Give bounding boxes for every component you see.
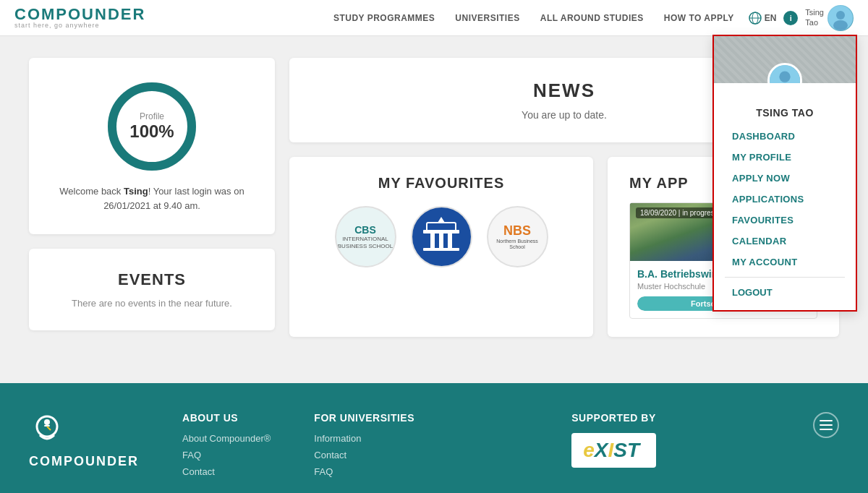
dropdown-avatar bbox=[767, 63, 802, 83]
footer-uni-faq[interactable]: FAQ bbox=[314, 466, 414, 477]
nav-study-programmes[interactable]: STUDY PROGRAMMES bbox=[333, 13, 435, 23]
svg-rect-13 bbox=[430, 233, 435, 248]
footer: COMPOUNDER ABOUT US About Compounder® FA… bbox=[0, 383, 868, 493]
footer-about-title: ABOUT US bbox=[182, 412, 271, 424]
svg-marker-17 bbox=[438, 217, 445, 223]
footer-menu-area bbox=[813, 412, 839, 442]
menu-bar-2 bbox=[820, 424, 833, 426]
site-logo[interactable]: COMPOUNDER start here, go anywhere bbox=[14, 7, 145, 29]
profile-username: Tsing bbox=[124, 186, 148, 197]
dropdown-applications[interactable]: APPLICATIONS bbox=[714, 189, 856, 210]
header: COMPOUNDER start here, go anywhere STUDY… bbox=[0, 0, 868, 36]
profile-percent: 100% bbox=[129, 121, 174, 142]
svg-rect-14 bbox=[439, 233, 443, 248]
exist-logo: eXIST bbox=[571, 433, 655, 468]
dropdown-items: DASHBOARD MY PROFILE APPLY NOW APPLICATI… bbox=[714, 122, 856, 310]
user-avatar bbox=[827, 5, 854, 31]
dropdown-my-profile[interactable]: MY PROFILE bbox=[714, 147, 856, 168]
globe-icon bbox=[749, 12, 762, 25]
events-title: EVENTS bbox=[118, 270, 186, 289]
svg-point-5 bbox=[833, 20, 848, 30]
footer-supported-title: SUPPORTED BY bbox=[571, 412, 655, 424]
dropdown-divider bbox=[725, 277, 845, 278]
footer-logo-text: COMPOUNDER bbox=[29, 454, 139, 469]
avatar-image bbox=[828, 6, 853, 30]
svg-rect-16 bbox=[423, 248, 459, 251]
footer-universities-title: FOR UNIVERSITIES bbox=[314, 412, 414, 424]
favourites-logos: CBS INTERNATIONALBUSINESS SCHOOL bbox=[311, 206, 571, 267]
news-title: NEWS bbox=[533, 80, 595, 102]
events-card: EVENTS There are no events in the near f… bbox=[29, 249, 275, 330]
profile-circle-text: Profile 100% bbox=[129, 111, 174, 142]
footer-logo-section: COMPOUNDER bbox=[29, 412, 139, 469]
nav-universities[interactable]: UNIVERSITIES bbox=[455, 13, 519, 23]
fav-logo-nbs[interactable]: NBS Northern BusinessSchool bbox=[487, 206, 548, 267]
dropdown-apply-now[interactable]: APPLY NOW bbox=[714, 168, 856, 189]
footer-about-compounder[interactable]: About Compounder® bbox=[182, 433, 271, 444]
footer-supported-col: SUPPORTED BY eXIST bbox=[571, 412, 655, 468]
profile-progress-circle: Profile 100% bbox=[105, 80, 199, 173]
dropdown-header-bg bbox=[714, 36, 856, 83]
nav-how-to-apply[interactable]: HOW TO APPLY bbox=[664, 13, 734, 23]
main-nav: STUDY PROGRAMMES UNIVERSITIES ALL AROUND… bbox=[333, 13, 734, 23]
logo-sub-text: start here, go anywhere bbox=[14, 22, 145, 29]
events-subtitle: There are no events in the near future. bbox=[72, 298, 232, 309]
profile-welcome-text: Welcome back Tsing! Your last login was … bbox=[43, 184, 260, 213]
left-column: Profile 100% Welcome back Tsing! Your la… bbox=[29, 58, 275, 337]
fav-logo-blue[interactable] bbox=[411, 206, 472, 267]
svg-point-7 bbox=[779, 72, 790, 82]
svg-point-4 bbox=[836, 11, 845, 20]
logo-main-text: COMPOUNDER bbox=[14, 7, 145, 22]
svg-rect-20 bbox=[44, 425, 50, 426]
header-right: EN i Tsing Tao bbox=[749, 5, 854, 31]
menu-bar-1 bbox=[820, 420, 833, 421]
profile-label: Profile bbox=[129, 111, 174, 121]
footer-menu-icon[interactable] bbox=[813, 412, 839, 438]
footer-universities-col: FOR UNIVERSITIES Information Contact FAQ bbox=[314, 412, 414, 477]
lang-label: EN bbox=[765, 13, 777, 23]
language-selector[interactable]: EN bbox=[749, 12, 777, 25]
blue-university-logo bbox=[420, 215, 463, 259]
dropdown-calendar[interactable]: CALENDAR bbox=[714, 231, 856, 252]
user-name-header: Tsing Tao bbox=[805, 8, 824, 27]
footer-uni-contact[interactable]: Contact bbox=[314, 450, 414, 460]
footer-uni-information[interactable]: Information bbox=[314, 433, 414, 444]
dropdown-favourites[interactable]: FAVOURITES bbox=[714, 210, 856, 231]
favourites-title: MY FAVOURITES bbox=[311, 175, 571, 192]
menu-bar-3 bbox=[820, 429, 833, 430]
user-menu-trigger[interactable]: Tsing Tao bbox=[805, 5, 854, 31]
dropdown-my-account[interactable]: MY ACCOUNT bbox=[714, 252, 856, 273]
dropdown-avatar-image bbox=[770, 64, 800, 83]
profile-card: Profile 100% Welcome back Tsing! Your la… bbox=[29, 58, 275, 234]
info-icon[interactable]: i bbox=[783, 11, 798, 25]
svg-line-21 bbox=[47, 426, 51, 430]
dropdown-logout[interactable]: LOGOUT bbox=[714, 282, 856, 303]
dropdown-username: TSING TAO bbox=[714, 103, 856, 122]
app-status-badge: 18/09/2020 | in progress bbox=[636, 207, 723, 218]
dropdown-dashboard[interactable]: DASHBOARD bbox=[714, 126, 856, 147]
footer-about-col: ABOUT US About Compounder® FAQ Contact bbox=[182, 412, 271, 477]
user-dropdown: TSING TAO DASHBOARD MY PROFILE APPLY NOW… bbox=[712, 35, 857, 312]
svg-point-19 bbox=[44, 419, 50, 425]
footer-about-faq[interactable]: FAQ bbox=[182, 450, 271, 460]
news-subtitle: You are up to date. bbox=[522, 109, 607, 121]
footer-logo-icon bbox=[29, 412, 65, 448]
fav-logo-cbs[interactable]: CBS INTERNATIONALBUSINESS SCHOOL bbox=[335, 206, 396, 267]
nav-all-around-studies[interactable]: ALL AROUND STUDIES bbox=[540, 13, 644, 23]
footer-about-contact[interactable]: Contact bbox=[182, 466, 271, 477]
svg-rect-15 bbox=[448, 233, 452, 248]
favourites-card: MY FAVOURITES CBS INTERNATIONALBUSINESS … bbox=[289, 157, 593, 337]
